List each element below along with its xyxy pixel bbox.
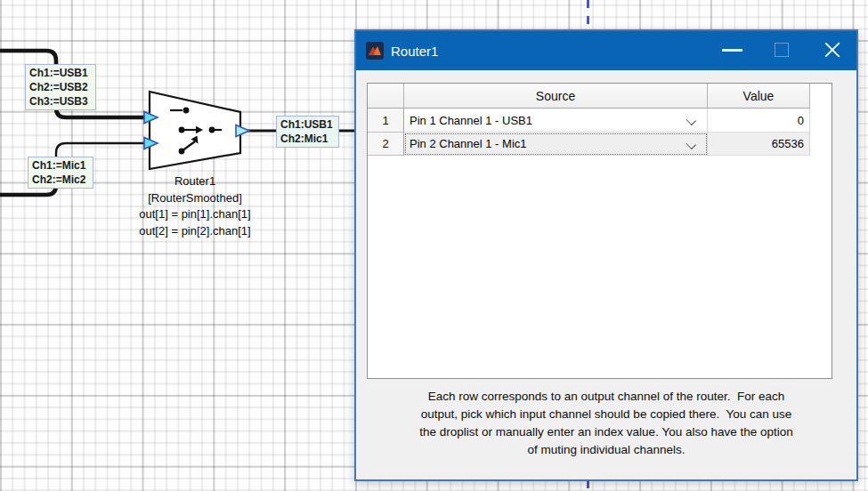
usb-channels-label[interactable]: Ch1:=USB1 Ch2:=USB2 Ch3:=USB3 [25,64,96,110]
maximize-icon [775,43,789,57]
value-cell-row2[interactable]: 65536 [708,133,810,156]
router1-dialog-window[interactable]: Router1 Source Value [354,29,858,481]
dialog-description-text: Each row corresponds to an output channe… [356,388,856,459]
maximize-button[interactable] [757,31,807,70]
row-number-cell: 1 [368,109,404,133]
chevron-down-icon[interactable] [686,117,694,125]
router-block-caption: Router1 [RouterSmoothed] out[1] = pin[1]… [105,173,285,239]
source-dropdown-row2-value: Pin 2 Channel 1 - Mic1 [410,137,527,150]
value-cell-row1[interactable]: 0 [708,109,810,133]
minimize-button[interactable] [707,31,757,70]
dialog-titlebar[interactable]: Router1 [356,31,856,70]
table-row[interactable]: 2 Pin 2 Channel 1 - Mic1 65536 [368,133,831,156]
matlab-logo-icon [366,42,384,60]
source-dropdown-row1[interactable]: Pin 1 Channel 1 - USB1 [404,109,708,133]
output-port-icon[interactable] [236,125,249,137]
table-row[interactable]: 1 Pin 1 Channel 1 - USB1 0 [368,109,831,133]
designer-canvas[interactable]: Ch1:=USB1 Ch2:=USB2 Ch3:=USB3 Ch1:=Mic1 … [0,0,868,491]
header-value-cell: Value [708,84,810,109]
source-dropdown-row2[interactable]: Pin 2 Channel 1 - Mic1 [404,133,708,156]
chevron-down-icon[interactable] [686,141,694,149]
header-source-cell: Source [404,84,708,109]
close-icon [823,41,841,59]
mic-channels-label[interactable]: Ch1:=Mic1 Ch2:=Mic2 [28,157,93,189]
dialog-title: Router1 [391,44,438,59]
routing-table[interactable]: Source Value 1 Pin 1 Channel 1 - USB1 0 … [367,83,832,379]
close-button[interactable] [807,31,856,70]
router-output-label[interactable]: Ch1:USB1 Ch2:Mic1 [276,116,339,148]
source-dropdown-row1-value: Pin 1 Channel 1 - USB1 [410,114,532,127]
row-number-cell: 2 [368,133,404,156]
header-index-cell [368,84,404,109]
table-header-row: Source Value [368,84,831,109]
header-filler [810,84,831,109]
minimize-icon [722,49,742,52]
